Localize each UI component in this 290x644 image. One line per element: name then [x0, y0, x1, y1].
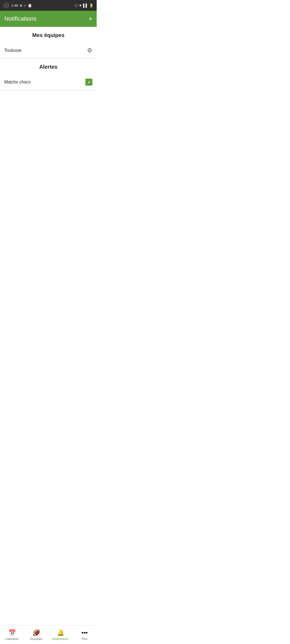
pentagon-icon: ⬠	[75, 3, 78, 8]
toulouse-settings-icon[interactable]: ⚙	[87, 47, 92, 54]
signal-icon: ▌▌	[83, 3, 88, 8]
bottom-nav: 📅 Calendrier 🏈 Résultats 🔔 Notifications…	[0, 625, 97, 644]
nav-label-resultats: Résultats	[30, 637, 42, 641]
calendrier-icon: 📅	[9, 629, 16, 636]
matchs-chocs-label: Matchs chocs	[4, 80, 31, 85]
header: Notifications +	[0, 11, 97, 27]
plus-icon: •••	[81, 629, 88, 636]
status-icons: ⊕ ✓ 📋	[20, 3, 32, 8]
add-button[interactable]: +	[89, 15, 92, 23]
nav-item-calendrier[interactable]: 📅 Calendrier	[0, 628, 24, 642]
status-bar-right: ⬠ ▼ ▌▌ 🔋	[75, 3, 93, 8]
battery-icon: 🔋	[89, 3, 93, 8]
matchs-chocs-checkbox[interactable]	[85, 79, 92, 86]
main-content: Mes équipes Toulouse ⚙ Alertes Matchs ch…	[0, 27, 97, 112]
wifi-icon: ▼	[79, 3, 82, 8]
matchs-chocs-item: Matchs chocs	[0, 74, 97, 90]
notifications-icon: 🔔	[57, 629, 64, 636]
nav-label-notifications: Notifications	[52, 637, 68, 641]
status-bar: 1:48 ⊕ ✓ 📋 ⬠ ▼ ▌▌ 🔋	[0, 0, 97, 11]
resultats-icon: 🏈	[33, 629, 40, 636]
nav-item-plus[interactable]: ••• Plus	[73, 628, 97, 642]
status-circle	[3, 2, 10, 9]
status-bar-left: 1:48 ⊕ ✓ 📋	[3, 2, 32, 9]
nav-item-resultats[interactable]: 🏈 Résultats	[24, 628, 48, 642]
nav-item-notifications[interactable]: 🔔 Notifications	[48, 628, 73, 642]
page-title: Notifications	[4, 15, 37, 22]
status-time: 1:48	[11, 3, 18, 8]
team-toulouse-label: Toulouse	[4, 48, 21, 53]
alerts-heading: Alertes	[0, 58, 97, 74]
team-toulouse-item: Toulouse ⚙	[0, 43, 97, 58]
my-teams-heading: Mes équipes	[0, 27, 97, 43]
nav-label-calendrier: Calendrier	[5, 637, 19, 641]
nav-label-plus: Plus	[82, 637, 87, 641]
